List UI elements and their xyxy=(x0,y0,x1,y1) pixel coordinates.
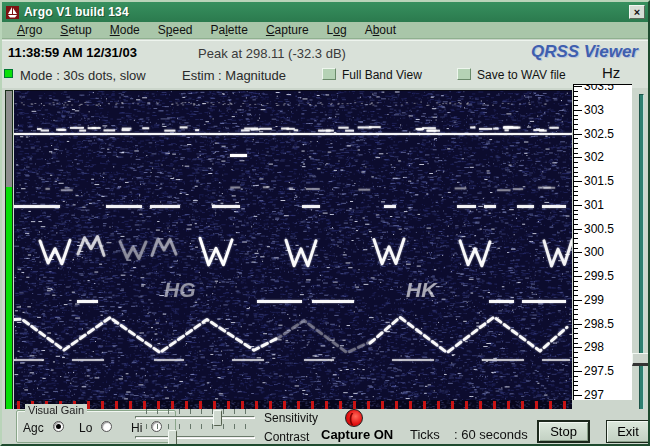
scale-tick xyxy=(574,243,578,244)
scale-tick xyxy=(574,352,578,353)
scale-tick xyxy=(574,324,582,325)
argo-window: Argo V1 build 134 × ArgoSetupModeSpeedPa… xyxy=(0,0,650,446)
scale-tick xyxy=(574,300,582,301)
scale-tick xyxy=(574,210,578,211)
menu-item-about[interactable]: About xyxy=(356,23,405,37)
scale-tick xyxy=(574,153,578,154)
scale-label: 297 xyxy=(584,388,604,400)
scale-tick xyxy=(574,362,578,363)
scale-tick xyxy=(574,129,578,130)
frequency-scale: 303.5303302.5302301.5301300.5300299.5299… xyxy=(573,84,632,400)
lo-label: Lo xyxy=(79,421,92,435)
scale-label: 299.5 xyxy=(584,269,614,283)
scale-tick xyxy=(574,233,578,234)
menu-item-setup[interactable]: Setup xyxy=(51,23,100,37)
scale-tick xyxy=(574,343,578,344)
scale-tick xyxy=(574,143,578,144)
scale-tick xyxy=(574,148,578,149)
scale-tick xyxy=(574,305,578,306)
scale-tick xyxy=(574,134,582,135)
between-ticks xyxy=(136,424,256,429)
scale-tick xyxy=(574,267,578,268)
scale-tick xyxy=(574,271,578,272)
scale-tick xyxy=(574,366,578,367)
status-row: 11:38:59 AM 12/31/03 Peak at 298.11 (-32… xyxy=(2,40,648,62)
sensitivity-slider-track[interactable] xyxy=(135,416,255,419)
scale-tick xyxy=(574,224,578,225)
peak-readout: Peak at 298.11 (-32.3 dB) xyxy=(198,46,346,61)
full-band-view-checkbox[interactable] xyxy=(322,68,336,80)
menu-item-palette[interactable]: Palette xyxy=(202,23,257,37)
save-to-wav-checkbox[interactable] xyxy=(457,68,471,80)
contrast-slider-track[interactable] xyxy=(135,436,255,439)
scale-tick xyxy=(574,309,578,310)
lo-radio[interactable] xyxy=(101,421,112,432)
scale-tick xyxy=(574,333,578,334)
agc-label: Agc xyxy=(23,421,44,435)
scale-tick xyxy=(574,238,578,239)
qrss-viewer-logo: QRSS Viewer xyxy=(531,42,638,62)
scale-tick xyxy=(574,347,582,348)
settings-row: Mode : 30s dots, slow Estim : Magnitude … xyxy=(2,62,648,88)
contrast-slider-thumb[interactable] xyxy=(168,430,177,446)
menu-item-log[interactable]: Log xyxy=(318,23,356,37)
scale-tick xyxy=(574,381,578,382)
capture-indicator-light: ( xyxy=(345,409,363,427)
control-panel: Visual Gain Agc Lo Hi Sensitivity Contra… xyxy=(2,409,648,444)
run-indicator xyxy=(4,69,13,78)
scale-tick xyxy=(574,186,578,187)
scale-tick xyxy=(574,219,578,220)
sensitivity-ticks xyxy=(136,409,256,414)
scale-tick xyxy=(574,176,578,177)
title-bar: Argo V1 build 134 × xyxy=(2,2,648,22)
scale-tick xyxy=(574,286,578,287)
scale-tick xyxy=(574,276,582,277)
scale-tick xyxy=(574,162,578,163)
exit-button[interactable]: Exit xyxy=(606,420,650,443)
contrast-label: Contrast xyxy=(264,430,309,444)
scale-tick xyxy=(574,195,578,196)
menu-item-mode[interactable]: Mode xyxy=(101,23,149,37)
scale-tick xyxy=(574,248,578,249)
close-button[interactable]: × xyxy=(629,5,645,19)
scale-tick xyxy=(574,110,582,111)
frequency-slider-track[interactable] xyxy=(639,94,644,418)
ticks-value: : 60 seconds xyxy=(454,427,528,442)
mode-label: Mode : 30s dots, slow xyxy=(20,68,146,83)
menu-item-argo[interactable]: Argo xyxy=(8,23,51,37)
capture-on-label: Capture ON xyxy=(321,427,393,442)
scale-label: 302 xyxy=(584,150,604,164)
stop-button[interactable]: Stop xyxy=(537,420,590,443)
scale-tick xyxy=(574,229,582,230)
scale-tick xyxy=(574,124,578,125)
hz-unit-label: Hz xyxy=(602,64,620,81)
scale-label: 298 xyxy=(584,340,604,354)
ticks-label: Ticks xyxy=(410,427,440,442)
scale-tick xyxy=(574,390,578,391)
scale-label: 298.5 xyxy=(584,317,614,331)
scale-tick xyxy=(574,157,582,158)
scale-tick xyxy=(574,357,578,358)
scale-label: 300 xyxy=(584,245,604,259)
scale-tick xyxy=(574,395,582,396)
menu-bar: ArgoSetupModeSpeedPaletteCaptureLogAbout xyxy=(2,22,648,39)
estim-label: Estim : Magnitude xyxy=(182,68,286,83)
sensitivity-label: Sensitivity xyxy=(264,411,318,425)
signal-level-fill xyxy=(6,187,12,415)
menu-item-speed[interactable]: Speed xyxy=(149,23,202,37)
scale-tick xyxy=(574,385,578,386)
scale-tick xyxy=(574,91,578,92)
sailboat-icon xyxy=(6,6,19,19)
window-title: Argo V1 build 134 xyxy=(24,5,129,19)
scale-tick xyxy=(574,214,578,215)
scale-tick xyxy=(574,338,578,339)
agc-radio[interactable] xyxy=(53,421,64,432)
scale-label: 302.5 xyxy=(584,127,614,141)
scale-tick xyxy=(574,96,578,97)
waterfall-spectrogram[interactable] xyxy=(14,90,572,410)
scale-tick xyxy=(574,295,578,296)
menu-item-capture[interactable]: Capture xyxy=(257,23,318,37)
scale-label: 299 xyxy=(584,293,604,307)
frequency-slider-thumb[interactable] xyxy=(632,353,650,366)
scale-tick xyxy=(574,290,578,291)
